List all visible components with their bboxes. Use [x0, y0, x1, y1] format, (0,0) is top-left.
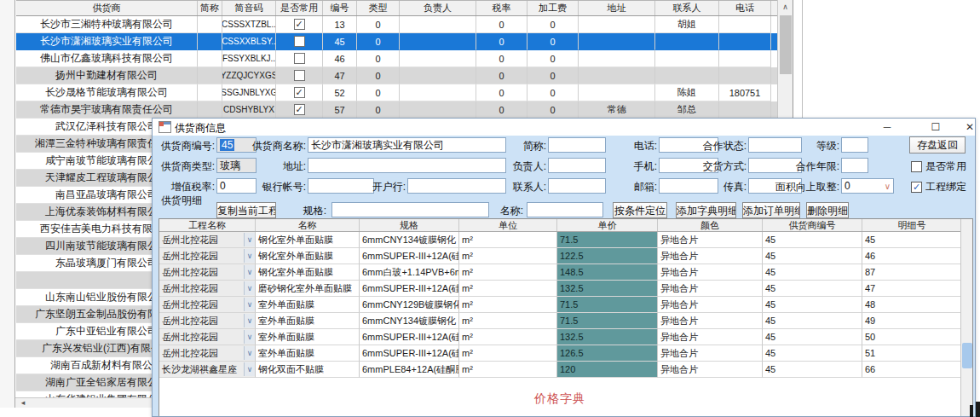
- column-header-common[interactable]: 是否常用: [276, 1, 323, 15]
- checkbox-icon[interactable]: [911, 182, 922, 193]
- checkbox-icon[interactable]: [294, 36, 305, 47]
- column-header-fee[interactable]: 加工费: [527, 1, 579, 15]
- column-header-unit[interactable]: 单位: [459, 219, 557, 231]
- table-row[interactable]: 长沙市潇湘玻璃实业有限公司 CSSXXBLSY.. 45 0 0 0: [16, 33, 777, 50]
- checkbox-icon[interactable]: [294, 87, 305, 98]
- column-header-spec[interactable]: 规格: [360, 219, 459, 231]
- detail-scrollbar-thumb[interactable]: [962, 343, 972, 368]
- project-combo-cell[interactable]: 岳州北控花园∨: [159, 248, 256, 264]
- supplier-id-cell: 45: [763, 232, 862, 248]
- column-header-supplier[interactable]: 供货商: [16, 1, 198, 15]
- chevron-down-icon[interactable]: ∨: [244, 330, 255, 344]
- grade-field[interactable]: [841, 137, 868, 153]
- chevron-down-icon[interactable]: ∨: [244, 233, 255, 246]
- checkbox-icon[interactable]: [294, 19, 305, 30]
- round-up-select[interactable]: 0∨: [841, 178, 894, 194]
- project-combo-cell[interactable]: 岳州北控花园∨: [159, 313, 256, 329]
- delete-detail-button[interactable]: 删除明细: [806, 202, 849, 218]
- phone-cell: [719, 16, 771, 33]
- grid-row-header-strip: [0, 0, 15, 408]
- column-header-supplier-id[interactable]: 供货商编号: [763, 219, 862, 231]
- spec-filter-input[interactable]: [331, 202, 489, 217]
- detail-row[interactable]: 岳州北控花园∨ 钢化室外单面贴膜 6mmCNY134镀膜钢化 m² 71.5 异…: [159, 232, 962, 248]
- checkbox-icon[interactable]: [294, 70, 305, 81]
- table-row[interactable]: 常德市昊宇玻璃有限责任公司 CDSHYBLYX 57 0 0 0 常德 邹总: [16, 101, 777, 119]
- column-header-name[interactable]: 名称: [256, 219, 360, 231]
- dialog-titlebar[interactable]: 供货商信息 ─ ☐ ✕: [153, 119, 975, 136]
- type-cell: 0: [357, 33, 400, 50]
- chevron-down-icon[interactable]: ∨: [244, 346, 255, 360]
- add-order-detail-button[interactable]: 添加订单明细: [742, 202, 800, 218]
- detail-row[interactable]: 岳州北控花园∨ 磨砂钢化室外单面贴膜 6mmSUPER-III+12A(硅...…: [159, 281, 962, 297]
- detail-row[interactable]: 岳州北控花园∨ 室外单面贴膜 6mmCNY134镀膜钢化 m² 71.5 异地合…: [159, 313, 962, 329]
- chevron-down-icon[interactable]: ∨: [244, 298, 255, 311]
- detail-row[interactable]: 岳州北控花园∨ 室外单面贴膜 6mmSUPER-III+12A(硅... m² …: [159, 329, 962, 345]
- detail-row[interactable]: 岳州北控花园∨ 钢化室外单面贴膜 6mmSUPER-III+12A(硅... m…: [159, 248, 962, 264]
- detail-row[interactable]: 岳州北控花园∨ 室外单面贴膜 6mmSUPER-III+12A(硅... m² …: [159, 345, 962, 362]
- table-row[interactable]: 长沙市三湘特种玻璃有限公司 CSSSXTZBL.. 13 0 0 0 胡姐: [16, 16, 777, 33]
- project-combo-cell[interactable]: 岳州北控花园∨: [159, 345, 256, 362]
- column-header-phone[interactable]: 电话: [719, 1, 771, 15]
- detail-row[interactable]: 长沙龙湖祺鑫星座∨ 钢化双面不贴膜 6mmPLE84+12A(硅酮胶... m²…: [159, 362, 962, 378]
- column-header-leader[interactable]: 负责人: [400, 1, 476, 15]
- project-bind-checkbox-label: 工程绑定: [925, 180, 966, 194]
- project-bind-checkbox-control[interactable]: 工程绑定: [911, 180, 966, 194]
- column-header-code[interactable]: 简音码: [222, 1, 276, 15]
- project-combo-cell[interactable]: 长沙龙湖祺鑫星座∨: [159, 362, 256, 378]
- chevron-down-icon[interactable]: ∨: [244, 281, 255, 295]
- chevron-down-icon[interactable]: ∨: [885, 180, 891, 194]
- supplier-id-cell: 45: [763, 362, 862, 378]
- chevron-down-icon[interactable]: ∨: [244, 265, 255, 279]
- project-combo-cell[interactable]: 岳州北控花园∨: [159, 297, 256, 313]
- chevron-down-icon[interactable]: ∨: [244, 362, 255, 376]
- name-filter-input[interactable]: [527, 202, 603, 217]
- scroll-left-icon[interactable]: ◂: [17, 398, 29, 408]
- column-header-color[interactable]: 颜色: [658, 219, 763, 231]
- detail-id-cell: 47: [862, 281, 962, 297]
- column-header-contact[interactable]: 联系人: [655, 1, 719, 15]
- supplier-name-field[interactable]: 长沙市潇湘玻璃实业有限公司: [308, 137, 506, 153]
- checkbox-icon[interactable]: [294, 53, 305, 64]
- common-checkbox-control[interactable]: 是否常用: [911, 159, 966, 174]
- maximize-icon[interactable]: ☐: [925, 119, 946, 136]
- project-combo-cell[interactable]: 岳州北控花园∨: [159, 281, 256, 297]
- column-header-detail-id[interactable]: 明细号: [862, 219, 962, 231]
- table-row[interactable]: 扬州中勤建材有限公司 YZZQJCYXGS 47 0 0 0: [16, 67, 777, 84]
- address-field[interactable]: [308, 158, 506, 173]
- code-cell: YZZQJCYXGS: [222, 67, 276, 84]
- column-header-address[interactable]: 地址: [579, 1, 655, 15]
- checkbox-icon[interactable]: [294, 104, 305, 115]
- detail-id-cell: 66: [862, 362, 962, 378]
- detail-row[interactable]: 岳州北控花园∨ 室外单面贴膜 6mmCNY129B镀膜钢化 m² 71.5 异地…: [159, 297, 962, 313]
- column-header-project[interactable]: 工程名称: [159, 219, 256, 231]
- table-row[interactable]: 佛山市亿鑫玻璃科技有限公司 FSSYXBLKJ.. 46 0 0 0: [16, 50, 777, 67]
- vertical-scrollbar-thumb[interactable]: [780, 15, 792, 74]
- add-dictionary-detail-button[interactable]: 添加字典明细: [676, 202, 736, 218]
- locate-by-condition-button[interactable]: 按条件定位: [613, 202, 667, 218]
- supplier-rows: 长沙市三湘特种玻璃有限公司 CSSSXTZBL.. 13 0 0 0 胡姐 长沙: [16, 16, 777, 119]
- checkbox-icon[interactable]: [911, 161, 922, 172]
- column-header-abbr[interactable]: 简称: [198, 1, 222, 15]
- chevron-down-icon[interactable]: ∨: [244, 249, 255, 263]
- chevron-down-icon[interactable]: ∨: [244, 314, 255, 327]
- project-combo-cell[interactable]: 岳州北控花园∨: [159, 329, 256, 345]
- detail-vertical-scrollbar[interactable]: [960, 219, 972, 417]
- column-header-id[interactable]: 编号: [323, 1, 357, 15]
- coop-years-field[interactable]: [841, 158, 868, 173]
- column-header-price[interactable]: 单价: [557, 219, 658, 231]
- table-row[interactable]: 长沙晟格节能玻璃有限公司 CSSGJNBLYXGS 52 0 0 0 陈姐 18…: [16, 84, 777, 101]
- abbr-cell: [198, 67, 222, 84]
- detail-row[interactable]: 岳州北控花园∨ 钢化室外单面贴膜 6mm白玻+1.14PVB+6mm... m²…: [159, 264, 962, 281]
- tax-cell: 0: [476, 67, 527, 84]
- round-up-value: 0: [845, 180, 850, 192]
- close-icon[interactable]: ✕: [960, 119, 976, 136]
- project-combo-cell[interactable]: 岳州北控花园∨: [159, 232, 256, 248]
- column-header-tax[interactable]: 税率: [476, 1, 527, 15]
- project-combo-cell[interactable]: 岳州北控花园∨: [159, 264, 256, 281]
- save-return-button[interactable]: 存盘返回: [909, 136, 966, 153]
- minimize-icon[interactable]: ─: [877, 119, 897, 136]
- leader-cell: [400, 101, 476, 119]
- copy-current-project-button[interactable]: 复制当前工程: [216, 202, 276, 218]
- scroll-up-icon[interactable]: ∧: [778, 0, 793, 14]
- column-header-type[interactable]: 类型: [357, 1, 400, 15]
